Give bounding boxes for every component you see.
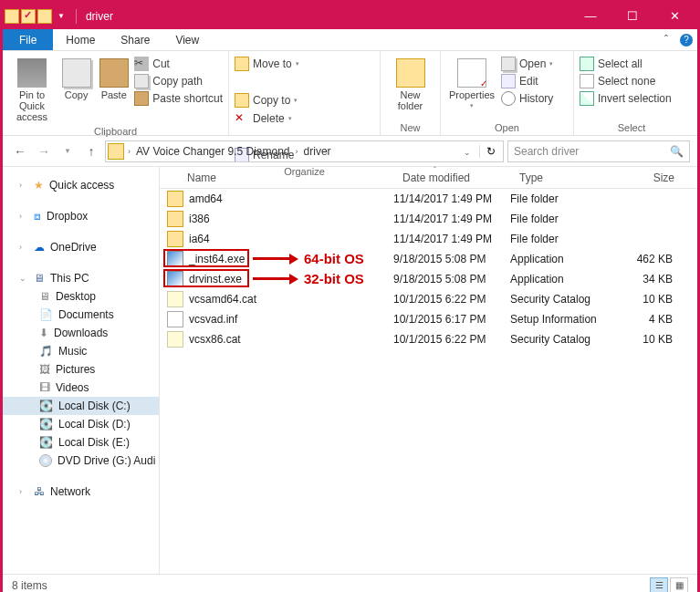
file-icon xyxy=(167,231,183,247)
qat-icon-3[interactable] xyxy=(37,9,52,24)
tab-home[interactable]: Home xyxy=(53,29,108,50)
maximize-button[interactable]: ☐ xyxy=(611,3,653,29)
paste-shortcut-button[interactable]: Paste shortcut xyxy=(134,91,223,106)
sidebar-dropbox[interactable]: ›⧈Dropbox xyxy=(3,207,159,225)
collapse-ribbon-icon[interactable]: ˆ xyxy=(657,29,675,50)
copy-path-button[interactable]: Copy path xyxy=(134,74,223,88)
col-type[interactable]: Type xyxy=(512,171,620,184)
group-new-label: New xyxy=(381,122,440,135)
sidebar-quick-access[interactable]: ›★Quick access xyxy=(3,176,159,194)
group-clipboard-label: Clipboard xyxy=(3,126,228,139)
file-icon xyxy=(167,211,183,227)
sidebar-item[interactable]: 📄Documents xyxy=(3,306,159,324)
file-row[interactable]: vcsx86.cat10/1/2015 6:22 PMSecurity Cata… xyxy=(160,329,697,349)
address-bar[interactable]: › AV Voice Changer 9.5 Diamond › driver … xyxy=(105,140,504,162)
file-icon xyxy=(167,331,183,348)
window-title: driver xyxy=(86,10,113,23)
file-list: ˆ Name Date modified Type Size amd6411/1… xyxy=(160,167,697,574)
up-button[interactable]: ↑ xyxy=(81,141,101,161)
file-icon xyxy=(167,251,183,267)
file-row[interactable]: vcsamd64.cat10/1/2015 6:22 PMSecurity Ca… xyxy=(160,289,697,309)
pin-icon xyxy=(17,58,47,88)
sidebar-item[interactable]: DVD Drive (G:) Audi xyxy=(3,452,159,470)
properties-button[interactable]: Properties ▾ xyxy=(446,55,497,109)
file-icon xyxy=(167,271,183,287)
paste-icon xyxy=(99,58,129,88)
minimize-button[interactable]: — xyxy=(569,3,611,29)
title-bar: ▼ driver — ☐ ✕ xyxy=(3,3,697,29)
sidebar-item[interactable]: 💽Local Disk (E:) xyxy=(3,433,159,452)
select-none-button[interactable]: Select none xyxy=(580,74,672,88)
folder-icon xyxy=(108,143,124,160)
ribbon-tabs: File Home Share View ˆ ? xyxy=(3,29,697,51)
tab-file[interactable]: File xyxy=(3,29,53,50)
sidebar-this-pc[interactable]: ⌄🖥This PC xyxy=(3,269,159,287)
delete-button[interactable]: ✕Delete▾ xyxy=(235,111,304,126)
sidebar-item[interactable]: 💽Local Disk (C:) xyxy=(3,397,159,415)
tab-share[interactable]: Share xyxy=(108,29,162,50)
select-all-button[interactable]: Select all xyxy=(580,57,672,71)
crumb-current[interactable]: driver xyxy=(302,145,333,158)
tab-view[interactable]: View xyxy=(162,29,212,50)
sidebar-item[interactable]: 🖼Pictures xyxy=(3,360,159,379)
close-button[interactable]: ✕ xyxy=(653,3,695,29)
view-large-icons-button[interactable]: ▦ xyxy=(670,577,688,593)
cut-button[interactable]: ✂Cut xyxy=(134,57,223,71)
back-button[interactable]: ← xyxy=(10,141,30,161)
crumb-parent[interactable]: AV Voice Changer 9.5 Diamond xyxy=(134,145,292,158)
forward-button[interactable]: → xyxy=(34,141,54,161)
file-row[interactable]: _inst64.exe9/18/2015 5:08 PMApplication4… xyxy=(160,249,697,269)
item-count: 8 items xyxy=(12,579,47,592)
ribbon: Pin to Quick access Copy Paste ✂Cut Copy… xyxy=(3,51,697,136)
file-icon xyxy=(167,311,183,327)
qat-icon-1[interactable] xyxy=(5,9,19,24)
sidebar-network[interactable]: ›🖧Network xyxy=(3,483,159,501)
file-row[interactable]: drvinst.exe9/18/2015 5:08 PMApplication3… xyxy=(160,269,697,289)
new-folder-button[interactable]: New folder xyxy=(386,55,434,111)
chevron-icon[interactable]: › xyxy=(294,147,300,156)
move-to-button[interactable]: Move to▾ xyxy=(235,57,304,71)
chevron-down-icon[interactable]: ⌄ xyxy=(462,148,473,157)
search-input[interactable]: Search driver 🔍 xyxy=(507,140,690,162)
sidebar-item[interactable]: 🎞Videos xyxy=(3,379,159,397)
new-folder-icon xyxy=(396,58,425,88)
copy-icon xyxy=(62,58,91,88)
col-size[interactable]: Size xyxy=(620,171,684,184)
sidebar-item[interactable]: 🖥Desktop xyxy=(3,287,159,306)
open-button[interactable]: Open▾ xyxy=(501,57,553,71)
invert-selection-button[interactable]: Invert selection xyxy=(580,91,672,106)
navigation-pane: ›★Quick access ›⧈Dropbox ›☁OneDrive ⌄🖥Th… xyxy=(3,167,160,574)
column-headers: ˆ Name Date modified Type Size xyxy=(160,167,697,189)
copy-button[interactable]: Copy xyxy=(59,55,93,100)
file-icon xyxy=(167,291,183,307)
view-details-button[interactable]: ☰ xyxy=(650,577,668,593)
copy-to-button[interactable]: Copy to▾ xyxy=(235,93,304,108)
col-date[interactable]: Date modified xyxy=(395,171,512,184)
pin-to-quick-access-button[interactable]: Pin to Quick access xyxy=(8,55,56,122)
status-bar: 8 items ☰ ▦ xyxy=(3,574,697,592)
sidebar-item[interactable]: ⬇Downloads xyxy=(3,324,159,342)
sort-indicator-icon: ˆ xyxy=(434,165,436,174)
file-icon xyxy=(167,191,183,207)
search-placeholder: Search driver xyxy=(514,145,579,158)
qat-customize-icon[interactable]: ▼ xyxy=(57,12,65,20)
file-row[interactable]: amd6411/14/2017 1:49 PMFile folder xyxy=(160,189,697,209)
recent-locations-button[interactable]: ▼ xyxy=(57,141,78,161)
search-icon: 🔍 xyxy=(670,145,684,158)
file-row[interactable]: ia6411/14/2017 1:49 PMFile folder xyxy=(160,229,697,249)
edit-button[interactable]: Edit xyxy=(501,74,553,88)
qat-icon-2[interactable] xyxy=(21,9,36,24)
file-row[interactable]: i38611/14/2017 1:49 PMFile folder xyxy=(160,209,697,229)
sidebar-item[interactable]: 💽Local Disk (D:) xyxy=(3,415,159,433)
paste-button[interactable]: Paste xyxy=(97,55,131,100)
properties-icon xyxy=(457,58,486,88)
refresh-button[interactable]: ↻ xyxy=(479,145,501,158)
sidebar-item[interactable]: 🎵Music xyxy=(3,342,159,360)
history-button[interactable]: History xyxy=(501,91,553,106)
group-select-label: Select xyxy=(574,122,689,135)
sidebar-onedrive[interactable]: ›☁OneDrive xyxy=(3,238,159,256)
col-name[interactable]: Name xyxy=(160,171,395,184)
chevron-icon[interactable]: › xyxy=(126,147,132,156)
help-button[interactable]: ? xyxy=(675,29,697,50)
file-row[interactable]: vcsvad.inf10/1/2015 6:17 PMSetup Informa… xyxy=(160,309,697,329)
